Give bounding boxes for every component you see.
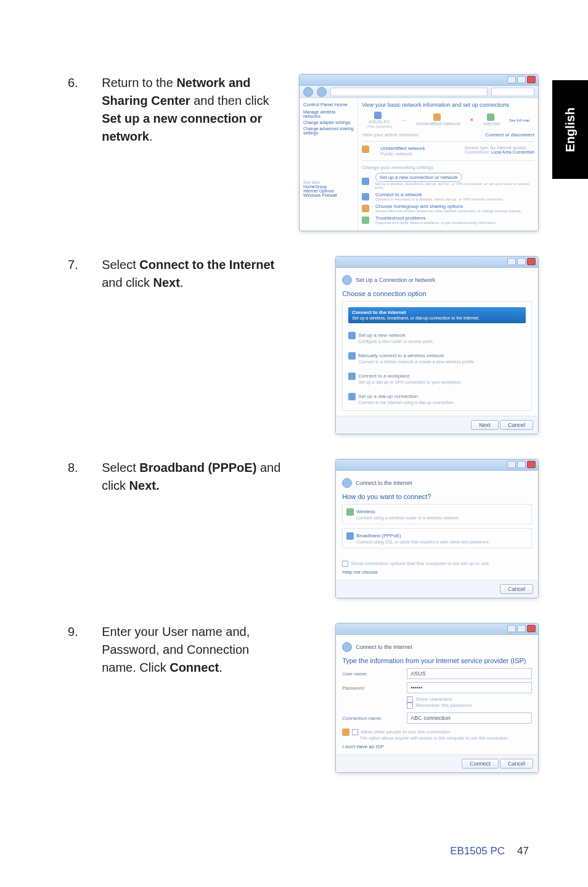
cancel-button[interactable]: Cancel [500, 584, 533, 594]
address-bar[interactable] [330, 88, 488, 96]
minimize-icon[interactable] [507, 76, 516, 83]
see-also-label: See also [303, 180, 354, 184]
step-9-text: Enter your User name and, Password, and … [102, 623, 281, 773]
minimize-icon[interactable] [507, 258, 516, 265]
workplace-icon [348, 373, 356, 380]
username-label: User name: [342, 671, 401, 677]
next-button[interactable]: Next [471, 420, 499, 430]
show-characters-checkbox[interactable] [407, 696, 413, 703]
step-7-number: 7. [68, 256, 84, 434]
wizard-heading: Type the information from your Internet … [342, 657, 532, 664]
forward-icon[interactable] [317, 87, 327, 97]
maximize-icon[interactable] [517, 258, 526, 265]
no-isp-link[interactable]: I don't have an ISP [342, 744, 532, 749]
network-icon [362, 146, 369, 153]
wizard-title: Connect to the Internet [356, 480, 412, 486]
screenshot-isp-credentials: Connect to the Internet Type the informa… [335, 623, 539, 773]
connection-name-input[interactable] [407, 712, 532, 724]
option-connect-internet[interactable]: Connect to the InternetSet up a wireless… [344, 303, 530, 328]
close-icon[interactable] [527, 76, 536, 83]
minimize-icon[interactable] [507, 461, 516, 468]
shield-icon [342, 728, 349, 736]
password-input[interactable] [407, 682, 532, 693]
window-titlebar [336, 460, 538, 471]
password-label: Password: [342, 685, 401, 691]
step-8-text: Select Broadband (PPPoE) and click Next. [102, 459, 281, 598]
language-tab: English [552, 80, 588, 179]
step-6: 6. Return to the Network and Sharing Cen… [68, 74, 539, 231]
screenshot-how-connect: Connect to the Internet How do you want … [335, 459, 539, 598]
sidebar-title: Control Panel Home [303, 102, 354, 107]
setup-new-connection-link[interactable]: Set up a new connection or network [375, 173, 462, 182]
cancel-button[interactable]: Cancel [500, 759, 533, 769]
troubleshoot-icon [362, 217, 369, 224]
wifi-icon [346, 508, 354, 516]
remember-password-checkbox[interactable] [407, 703, 413, 709]
close-icon[interactable] [527, 461, 536, 468]
sidebar-link[interactable]: Change adapter settings [303, 120, 354, 125]
wifi-icon [348, 352, 356, 360]
option-wireless[interactable]: WirelessConnect using a wireless router … [342, 504, 532, 524]
show-more-checkbox[interactable] [342, 561, 348, 567]
network-icon [433, 113, 441, 121]
wizard-icon [362, 178, 369, 185]
help-choose-link[interactable]: Help me choose [342, 569, 532, 575]
back-icon[interactable] [303, 87, 313, 97]
username-input[interactable] [407, 668, 532, 679]
window-titlebar [336, 624, 538, 635]
connect-network-link[interactable]: Connect to a network [375, 192, 504, 197]
nav-bar [300, 86, 538, 98]
screenshot-choose-connection-option: Set Up a Connection or Network Choose a … [335, 256, 539, 434]
window-titlebar [300, 75, 538, 86]
option-setup-new-network[interactable]: Set up a new networkConfigure a new rout… [344, 328, 530, 348]
close-icon[interactable] [527, 625, 536, 632]
option-connect-workplace[interactable]: Connect to a workplaceSet up a dial-up o… [344, 368, 530, 389]
troubleshoot-link[interactable]: Troubleshoot problems [375, 215, 497, 221]
option-broadband-pppoe[interactable]: Broadband (PPPoE)Connect using DSL or ca… [342, 528, 532, 548]
option-dialup[interactable]: Set up a dial-up connectionConnect to th… [344, 389, 530, 409]
see-also-link[interactable]: Internet Options [303, 189, 354, 193]
broadband-icon [346, 532, 354, 540]
connect-icon [362, 193, 369, 200]
footer-model: EB1505 PC [450, 845, 505, 857]
back-icon[interactable] [342, 478, 352, 488]
step-8-number: 8. [68, 459, 84, 598]
step-9-number: 9. [68, 623, 84, 773]
step-6-number: 6. [68, 74, 84, 231]
connect-button[interactable]: Connect [462, 759, 499, 769]
homegroup-icon [362, 205, 369, 212]
wizard-title: Connect to the Internet [356, 644, 412, 650]
maximize-icon[interactable] [517, 625, 526, 632]
footer-page-number: 47 [517, 845, 529, 857]
step-8: 8. Select Broadband (PPPoE) and click Ne… [68, 459, 539, 598]
see-also-link[interactable]: Windows Firewall [303, 193, 354, 197]
language-tab-label: English [563, 107, 578, 152]
globe-icon [487, 113, 494, 121]
step-7-text: Select Connect to the Internet and click… [102, 256, 281, 434]
homegroup-link[interactable]: Choose homegroup and sharing options [375, 204, 521, 209]
step-6-text: Return to the Network and Sharing Center… [102, 74, 282, 231]
screenshot-network-sharing-center: Control Panel Home Manage wireless netwo… [299, 74, 539, 231]
connection-name-label: Connection name: [342, 716, 401, 721]
close-icon[interactable] [527, 258, 536, 265]
sidebar-link[interactable]: Manage wireless networks [303, 110, 354, 118]
step-9: 9. Enter your User name and, Password, a… [68, 623, 539, 773]
computer-icon [374, 112, 382, 119]
minimize-icon[interactable] [507, 625, 516, 632]
page-footer: EB1505 PC47 [0, 845, 588, 857]
wizard-heading: Choose a connection option [342, 290, 532, 297]
window-titlebar [336, 257, 538, 268]
maximize-icon[interactable] [517, 461, 526, 468]
wizard-heading: How do you want to connect? [342, 493, 532, 500]
cancel-button[interactable]: Cancel [500, 420, 533, 430]
see-also-link[interactable]: HomeGroup [303, 184, 354, 189]
maximize-icon[interactable] [517, 76, 526, 83]
sidebar-link[interactable]: Change advanced sharing settings [303, 126, 354, 135]
back-icon[interactable] [342, 275, 352, 285]
allow-others-checkbox[interactable] [352, 729, 358, 735]
network-icon [348, 332, 356, 339]
search-input[interactable] [491, 88, 534, 96]
back-icon[interactable] [342, 642, 352, 652]
option-manual-wireless[interactable]: Manually connect to a wireless networkCo… [344, 348, 530, 368]
see-full-map-link[interactable]: See full map [509, 118, 529, 122]
